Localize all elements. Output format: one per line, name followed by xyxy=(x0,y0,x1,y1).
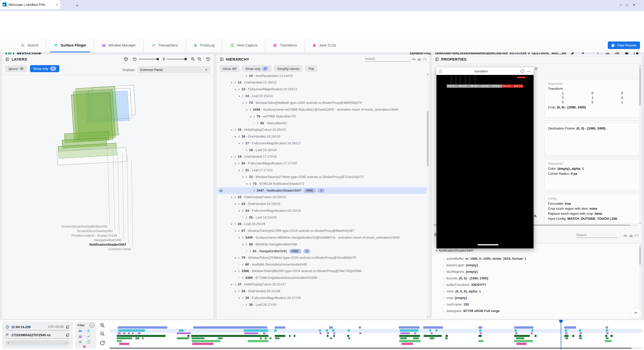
timeline-segment-transactions[interactable] xyxy=(478,335,482,337)
property-item[interactable]: •currFrame: 155 xyxy=(443,302,469,306)
timeline-segment-surface-flinger[interactable] xyxy=(244,329,268,332)
chevron-down-icon[interactable]: ▾ xyxy=(233,161,237,166)
chevron-down-icon[interactable]: ▾ xyxy=(230,222,234,227)
pin-icon[interactable] xyxy=(245,102,248,105)
window-controls[interactable]: ─□✕ xyxy=(619,3,640,7)
tree-node-20[interactable]: ▾20 - FullscreenMagnification:17:17#20 xyxy=(217,160,427,167)
timeline-segment-window-manager[interactable] xyxy=(319,332,321,334)
tab-transactions[interactable]: Transactions xyxy=(143,38,186,52)
property-item[interactable]: •activeBuffer: w: 1080, h: 2400, stride:… xyxy=(443,257,526,260)
tab-jank-cujs[interactable]: Jank CUJs xyxy=(304,38,344,52)
pin-icon[interactable] xyxy=(241,236,244,239)
pin-icon[interactable] xyxy=(237,290,240,293)
timeline-segment-protolog[interactable] xyxy=(579,337,582,339)
collapse-panel-icon[interactable] xyxy=(220,57,224,61)
tree-node-21[interactable]: ▾21 - Leaf:17:17#21 xyxy=(217,167,427,174)
timeline-segment-window-manager[interactable] xyxy=(333,332,335,334)
timeline-segment-surface-flinger[interactable] xyxy=(326,329,328,332)
tab-close-icon[interactable]: × xyxy=(56,3,58,7)
filter-presets-button[interactable]: Filter Presets xyxy=(608,41,640,49)
chevron-down-icon[interactable]: ▾ xyxy=(233,229,237,233)
pin-icon[interactable] xyxy=(241,209,244,212)
chevron-down-icon[interactable]: ▾ xyxy=(237,94,241,99)
timeline-segment-surface-flinger[interactable] xyxy=(579,329,581,332)
timeline-segment-window-manager[interactable] xyxy=(123,332,126,334)
scroll-right-icon[interactable]: › xyxy=(66,341,67,344)
timeline-tracks[interactable] xyxy=(110,321,642,349)
timeline-segment-view-capture[interactable] xyxy=(117,340,122,342)
tree-node-13[interactable]: ▾13 - FullscreenMagnification:15:15#13 xyxy=(217,86,427,93)
show-only-chip[interactable]: Show onlyV xyxy=(242,65,271,72)
property-item[interactable]: •blurRegions: [empty] xyxy=(443,270,477,274)
timeline-segment-protolog[interactable] xyxy=(516,337,525,339)
detail-root-node[interactable]: ▼ NotificationShade#3447 xyxy=(435,249,474,252)
chevron-down-icon[interactable]: ▾ xyxy=(233,256,237,260)
pin-icon[interactable] xyxy=(249,250,252,253)
tree-node-23[interactable]: ▾23 - OneHanded:18:23#23 xyxy=(217,201,427,207)
timeline-segment-transactions[interactable] xyxy=(333,335,335,337)
timeline-segment-protolog[interactable] xyxy=(348,337,350,339)
chevron-down-icon[interactable]: ▾ xyxy=(230,155,234,159)
timeline-segment-transactions[interactable] xyxy=(611,335,613,337)
chevron-down-icon[interactable]: ▾ xyxy=(237,209,241,213)
pin-icon[interactable] xyxy=(237,230,240,233)
reset-view-icon[interactable] xyxy=(206,57,211,61)
copy-icon[interactable] xyxy=(66,333,69,337)
drag-handle-icon[interactable] xyxy=(439,70,442,73)
tree-node-28[interactable]: ▾28 - OneHanded:26:31#28 xyxy=(217,288,427,295)
timeline-zoom-in-icon[interactable] xyxy=(100,323,105,328)
tree-node-29[interactable]: ▾29 - FullscreenMagnification:26:27#29 xyxy=(217,295,427,301)
tree-node-16[interactable]: ▾16 - OneHanded:16:16#16 xyxy=(217,133,427,140)
collapse-panel-icon[interactable] xyxy=(5,57,10,61)
timeline-segment-protolog[interactable] xyxy=(260,337,262,339)
property-item[interactable]: •crop: {empty} xyxy=(443,296,467,300)
timeline-segment-transactions[interactable] xyxy=(347,335,349,337)
timeline-segment-transactions[interactable] xyxy=(191,335,268,337)
detail-scrollbar[interactable]: ▲ xyxy=(639,245,641,318)
chevron-down-icon[interactable]: ▾ xyxy=(230,80,234,85)
timeline-segment-view-capture[interactable] xyxy=(514,340,533,342)
scroll-left-icon[interactable]: ‹ xyxy=(8,341,9,344)
timeline-segment-transactions[interactable] xyxy=(535,335,537,337)
timeline-segment-protolog[interactable] xyxy=(330,337,332,339)
timeline-segment-window-manager[interactable] xyxy=(515,332,517,334)
timeline-segment-transactions[interactable] xyxy=(399,335,420,337)
hierarchy-scrollbar[interactable]: ▲ ▼ xyxy=(427,73,429,318)
pin-icon[interactable] xyxy=(245,243,248,246)
tree-node-72[interactable]: ▾72 - WindowToken{a2746de type=2040 andr… xyxy=(217,174,427,181)
displays-dropdown[interactable]: Common Panel ▼ xyxy=(138,66,210,73)
timeline-segment-window-manager[interactable] xyxy=(327,332,329,334)
layer-label[interactable]: NotificationShade#3447 xyxy=(2,243,126,246)
pin-icon[interactable] xyxy=(241,277,244,280)
tree-node-73[interactable]: ▾73 - 8736138 NotificationShade#73 xyxy=(217,181,427,187)
tree-node-27[interactable]: ▾27 - HideDisplayCutout:26:31#27 xyxy=(217,281,427,288)
property-item[interactable]: •dataspace: BT709 sRGB Full range xyxy=(443,309,500,313)
timeline-segment-transitions[interactable] xyxy=(516,343,527,345)
chevron-down-icon[interactable]: ▾ xyxy=(241,175,245,180)
timeline-segment-protolog[interactable] xyxy=(269,337,271,339)
timeline-segment-surface-flinger[interactable] xyxy=(179,329,184,332)
timeline-segment-surface-flinger[interactable] xyxy=(118,329,145,332)
timeline-reset-zoom-icon[interactable] xyxy=(100,340,105,346)
pin-icon[interactable] xyxy=(234,155,237,158)
timeline-segment-window-manager[interactable] xyxy=(565,332,567,334)
tree-node-14[interactable]: ▾14 - Leaf:15:15#14 xyxy=(217,93,427,100)
timeline-segment-transitions[interactable] xyxy=(401,343,413,345)
timeline-segment-protolog[interactable] xyxy=(117,337,132,339)
timeline-segment-window-manager[interactable] xyxy=(606,332,608,334)
timeline-segment-screen-recording[interactable] xyxy=(478,326,482,329)
pin-icon[interactable] xyxy=(249,108,252,111)
timeline-segment-window-manager[interactable] xyxy=(580,332,582,334)
timeline-segment-view-capture[interactable] xyxy=(192,340,220,342)
timeline-segment-window-manager[interactable] xyxy=(128,332,130,334)
timeline-pan-scrollbar[interactable]: ‹ › xyxy=(6,340,69,346)
timeline-segment-window-manager[interactable] xyxy=(359,332,361,334)
chevron-down-icon[interactable]: ▾ xyxy=(249,114,253,119)
timeline-segment-window-manager[interactable] xyxy=(263,332,266,334)
info-icon[interactable] xyxy=(520,69,525,73)
timeline-segment-surface-flinger[interactable] xyxy=(479,329,481,332)
timeline-segment-window-manager[interactable] xyxy=(531,332,533,334)
timeline-segment-transactions[interactable] xyxy=(446,335,448,337)
timeline-segment-transitions[interactable] xyxy=(119,343,129,345)
property-item[interactable]: •bounds: (0, 0) - (1080, 2400) xyxy=(443,276,488,280)
